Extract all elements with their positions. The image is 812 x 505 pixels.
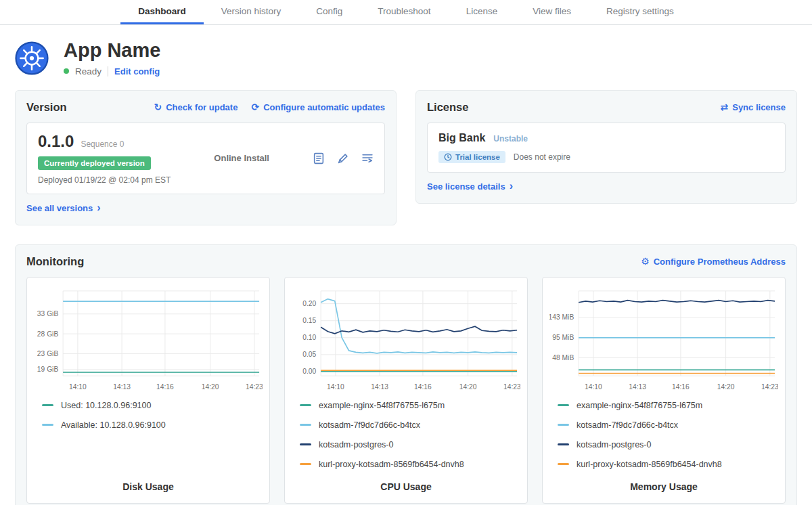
customer-row: Big Bank Unstable xyxy=(438,132,774,144)
svg-text:14:20: 14:20 xyxy=(459,383,477,391)
deploy-logs-icon[interactable] xyxy=(361,152,374,164)
legend-label: kotsadm-7f9dc7d66c-b4tcx xyxy=(577,420,678,430)
edit-config-pen-icon[interactable] xyxy=(337,152,349,164)
legend-item: kurl-proxy-kotsadm-8569fb6454-dnvh8 xyxy=(558,460,778,469)
legend-label: Available: 10.128.0.96:9100 xyxy=(61,420,166,430)
charts-grid: 14:1014:1314:1614:2014:2333 GiB28 GiB23 … xyxy=(26,277,786,504)
license-card: Big Bank Unstable Trial license Does not… xyxy=(427,123,786,173)
legend-color-dash xyxy=(558,443,569,445)
legend-item: kotsadm-7f9dc7d66c-b4tcx xyxy=(558,420,778,430)
app-header-text: App Name Ready Edit config xyxy=(64,40,160,76)
app-title: App Name xyxy=(64,40,160,62)
svg-text:14:20: 14:20 xyxy=(717,383,735,391)
svg-text:14:23: 14:23 xyxy=(761,383,778,391)
expiration-label: Does not expire xyxy=(514,152,570,162)
svg-text:0.10: 0.10 xyxy=(302,334,316,341)
svg-text:0.05: 0.05 xyxy=(302,351,316,358)
legend-label: kurl-proxy-kotsadm-8569fb6454-dnvh8 xyxy=(577,460,722,469)
check-for-update-link[interactable]: ↻ Check for update xyxy=(154,102,238,112)
see-license-details-link[interactable]: See license details › xyxy=(427,181,513,192)
auto-update-icon: ⟳ xyxy=(251,102,259,112)
legend-color-dash xyxy=(300,404,311,406)
configure-automatic-updates-link[interactable]: ⟳ Configure automatic updates xyxy=(251,102,385,112)
configure-prometheus-link[interactable]: ⚙ Configure Prometheus Address xyxy=(641,257,786,267)
svg-text:14:16: 14:16 xyxy=(672,383,690,391)
tab-dashboard[interactable]: Dashboard xyxy=(120,0,204,24)
app-status-label: Ready xyxy=(75,66,102,76)
see-all-versions-link[interactable]: See all versions › xyxy=(26,203,101,213)
legend-label: kurl-proxy-kotsadm-8569fb6454-dnvh8 xyxy=(319,460,464,469)
license-panel-header: License ⇄ Sync license xyxy=(427,101,786,114)
app-header: App Name Ready Edit config xyxy=(15,25,797,90)
monitoring-panel-header: Monitoring ⚙ Configure Prometheus Addres… xyxy=(26,255,786,268)
tab-view-files[interactable]: View files xyxy=(515,0,589,24)
deployed-timestamp: Deployed 01/19/22 @ 02:04 pm EST xyxy=(38,175,171,185)
license-detail-row: Trial license Does not expire xyxy=(438,151,774,163)
svg-text:0.00: 0.00 xyxy=(302,368,316,375)
memory-usage-title: Memory Usage xyxy=(549,469,778,492)
tab-license[interactable]: License xyxy=(449,0,516,24)
legend-item: Used: 10.128.0.96:9100 xyxy=(42,401,263,410)
version-panel-title: Version xyxy=(26,101,67,114)
license-panel-title: License xyxy=(427,101,468,114)
sync-license-link[interactable]: ⇄ Sync license xyxy=(720,102,786,112)
edit-config-link[interactable]: Edit config xyxy=(114,66,160,76)
tab-registry-settings[interactable]: Registry settings xyxy=(589,0,692,24)
memory-usage-chart: 14:1014:1314:1614:2014:23143 MiB95 MiB48… xyxy=(549,286,778,395)
cpu-usage-legend: example-nginx-54f8f76755-l675mkotsadm-7f… xyxy=(292,401,520,469)
svg-text:14:16: 14:16 xyxy=(414,383,432,391)
tab-version-history[interactable]: Version history xyxy=(204,0,299,24)
see-license-details-label: See license details xyxy=(427,181,505,192)
legend-color-dash xyxy=(300,463,311,465)
release-notes-icon[interactable] xyxy=(313,152,325,164)
legend-color-dash xyxy=(558,424,569,426)
memory-usage-legend: example-nginx-54f8f76755-l675mkotsadm-7f… xyxy=(549,401,778,469)
svg-text:14:23: 14:23 xyxy=(246,383,263,391)
clock-icon xyxy=(444,153,452,161)
svg-text:14:10: 14:10 xyxy=(585,383,602,391)
trial-license-label: Trial license xyxy=(455,153,500,161)
svg-text:95 MiB: 95 MiB xyxy=(552,334,574,341)
svg-text:14:10: 14:10 xyxy=(327,383,344,391)
legend-color-dash xyxy=(42,404,53,406)
svg-text:14:13: 14:13 xyxy=(629,383,646,391)
legend-label: example-nginx-54f8f76755-l675m xyxy=(319,401,445,410)
disk-usage-chart: 14:1014:1314:1614:2014:2333 GiB28 GiB23 … xyxy=(34,286,263,395)
license-panel: License ⇄ Sync license Big Bank Unstable xyxy=(415,90,797,204)
trial-license-badge: Trial license xyxy=(438,151,505,163)
app-status-row: Ready Edit config xyxy=(64,66,160,76)
cpu-usage-title: CPU Usage xyxy=(292,469,520,492)
tab-config[interactable]: Config xyxy=(298,0,360,24)
legend-item: kotsadm-postgres-0 xyxy=(300,440,520,449)
svg-text:23 GiB: 23 GiB xyxy=(37,350,59,357)
divider xyxy=(108,66,108,76)
version-panel-header: Version ↻ Check for update ⟳ Configure a… xyxy=(26,101,385,114)
svg-text:14:13: 14:13 xyxy=(113,383,131,391)
check-for-update-label: Check for update xyxy=(166,102,238,112)
kubernetes-logo-icon xyxy=(15,41,49,75)
legend-label: kotsadm-postgres-0 xyxy=(577,440,651,449)
svg-text:0.20: 0.20 xyxy=(302,300,316,307)
legend-color-dash xyxy=(300,443,311,445)
legend-item: Available: 10.128.0.96:9100 xyxy=(42,420,263,430)
svg-text:14:16: 14:16 xyxy=(156,383,174,391)
monitoring-panel: Monitoring ⚙ Configure Prometheus Addres… xyxy=(15,244,797,505)
tab-troubleshoot[interactable]: Troubleshoot xyxy=(360,0,448,24)
svg-text:0.15: 0.15 xyxy=(302,317,316,324)
status-dot xyxy=(64,68,69,74)
deployed-version-badge: Currently deployed version xyxy=(38,156,151,170)
cpu-usage-chart-card: 14:1014:1314:1614:2014:230.200.150.100.0… xyxy=(284,277,528,504)
svg-text:28 GiB: 28 GiB xyxy=(37,330,59,337)
legend-item: kotsadm-postgres-0 xyxy=(558,440,778,449)
version-info-block: 0.1.0 Sequence 0 Currently deployed vers… xyxy=(38,132,171,185)
sync-license-label: Sync license xyxy=(732,102,786,112)
channel-label: Unstable xyxy=(493,134,528,144)
svg-text:14:10: 14:10 xyxy=(69,383,87,391)
disk-usage-legend: Used: 10.128.0.96:9100Available: 10.128.… xyxy=(34,401,263,430)
gear-icon: ⚙ xyxy=(641,257,650,266)
version-panel: Version ↻ Check for update ⟳ Configure a… xyxy=(15,90,397,225)
refresh-icon: ↻ xyxy=(154,102,162,112)
svg-text:33 GiB: 33 GiB xyxy=(37,310,59,317)
legend-label: Used: 10.128.0.96:9100 xyxy=(61,401,151,410)
cpu-usage-chart: 14:1014:1314:1614:2014:230.200.150.100.0… xyxy=(292,286,520,395)
